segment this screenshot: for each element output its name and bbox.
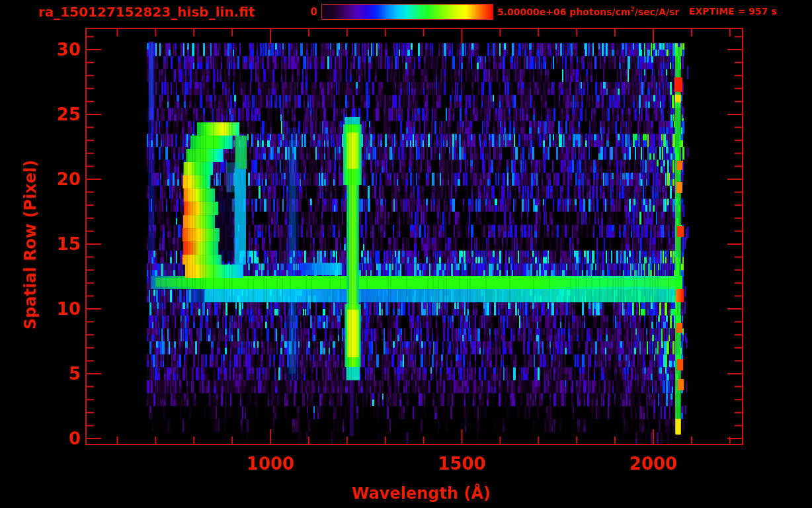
y-tick-label: 5 (24, 365, 81, 382)
x-tick-label: 2000 (607, 455, 700, 472)
y-tick-label: 15 (24, 235, 81, 253)
x-tick-label: 1000 (224, 455, 317, 472)
file-title: ra_150127152823_hisb_lin.fit (38, 4, 255, 20)
spectrogram-canvas (0, 0, 812, 508)
y-tick-label: 10 (24, 300, 81, 318)
colorbar (321, 4, 493, 20)
colorbar-max-value: 5.00000e+06 (497, 7, 566, 17)
colorbar-max-label: 5.00000e+06 photons/cm2/sec/A/sr (497, 6, 679, 17)
x-axis-title: Wavelength (Å) (352, 484, 491, 503)
colorbar-min-label: 0 (288, 6, 317, 18)
colorbar-units-suffix: /sec/A/sr (635, 7, 680, 17)
colorbar-units-prefix: photons/cm (566, 7, 630, 17)
exptime-label: EXPTIME = 957 s (689, 6, 777, 17)
y-tick-label: 25 (24, 106, 81, 123)
x-tick-label: 1500 (416, 455, 508, 472)
y-tick-label: 0 (24, 430, 81, 447)
spectral-image-viewer: ra_150127152823_hisb_lin.fit 0 5.00000e+… (0, 0, 812, 508)
y-tick-label: 20 (24, 171, 81, 188)
y-tick-label: 30 (24, 41, 81, 58)
